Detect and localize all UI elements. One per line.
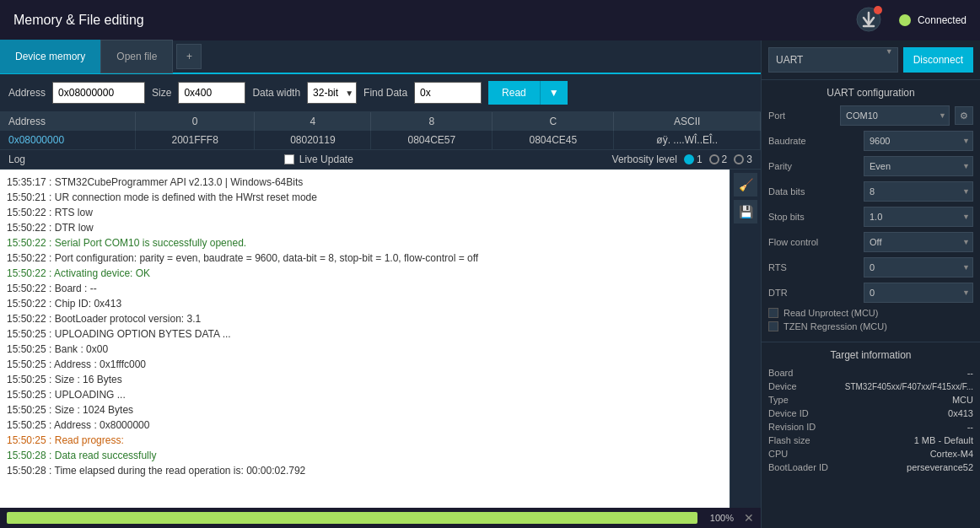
device-id-value: 0x413 bbox=[948, 408, 973, 418]
rts-select[interactable]: 0 bbox=[864, 257, 973, 277]
uart-select-wrap: UART ▼ bbox=[768, 47, 898, 73]
log-line: 15:50:28 : Data read successfully bbox=[7, 448, 723, 463]
read-unprotect-checkbox[interactable] bbox=[768, 308, 778, 318]
dtr-row: DTR 0 ▼ bbox=[768, 283, 973, 303]
disconnect-button[interactable]: Disconnect bbox=[903, 47, 973, 73]
address-bar: Address Size Data width 32-bit 8-bit 16-… bbox=[0, 74, 761, 112]
left-panel: Device memory Open file + Address Size D… bbox=[0, 40, 761, 528]
port-gear-button[interactable]: ⚙ bbox=[955, 106, 973, 125]
data-bits-label: Data bits bbox=[768, 186, 827, 197]
uart-header: UART ▼ Disconnect bbox=[762, 40, 980, 80]
log-line: 15:50:22 : Activating device: OK bbox=[7, 266, 723, 281]
log-header: Log Live Update Verbosity level 1 bbox=[0, 149, 761, 170]
parity-label: Parity bbox=[768, 161, 827, 171]
bootloader-row: BootLoader ID perseverance52 bbox=[768, 462, 973, 472]
log-line: 15:50:25 : UPLOADING ... bbox=[7, 387, 723, 402]
log-content[interactable]: 15:35:17 : STM32CubeProgrammer API v2.13… bbox=[0, 170, 730, 508]
read-unprotect-row: Read Unprotect (MCU) bbox=[768, 308, 973, 318]
revision-id-value: -- bbox=[967, 422, 973, 432]
progress-bar-inner bbox=[7, 512, 697, 524]
radio-circle-3 bbox=[734, 154, 744, 164]
type-value: MCU bbox=[952, 395, 973, 405]
verbosity-radio-group: 1 2 3 bbox=[684, 154, 752, 165]
rts-select-wrap: 0 ▼ bbox=[864, 257, 973, 277]
read-dropdown-chevron: ▼ bbox=[549, 87, 559, 99]
log-line: 15:50:22 : Serial Port COM10 is successf… bbox=[7, 235, 723, 251]
log-label: Log bbox=[8, 154, 25, 165]
uart-select[interactable]: UART bbox=[768, 47, 898, 73]
tzen-row: TZEN Regression (MCU) bbox=[768, 321, 973, 331]
memory-table-wrap: Address 0 4 8 C ASCII 0x08000000 2001FFF… bbox=[0, 112, 761, 149]
tzen-label: TZEN Regression (MCU) bbox=[783, 321, 887, 331]
address-input[interactable] bbox=[52, 82, 145, 104]
data-bits-row: Data bits 8 ▼ bbox=[768, 181, 973, 202]
live-update-wrap: Live Update bbox=[284, 154, 353, 165]
port-row: Port COM10 ▼ ⚙ bbox=[768, 105, 973, 126]
parity-select[interactable]: Even bbox=[864, 156, 973, 176]
tabs-bar: Device memory Open file + bbox=[0, 40, 761, 74]
log-line: 15:50:25 : UPLOADING OPTION BYTES DATA .… bbox=[7, 326, 723, 342]
port-label: Port bbox=[768, 110, 827, 121]
notification-dot bbox=[874, 6, 882, 14]
verbosity-radio-1[interactable]: 1 bbox=[684, 154, 703, 165]
cpu-row: CPU Cortex-M4 bbox=[768, 449, 973, 459]
col-header-4: 4 bbox=[255, 112, 371, 131]
tab-open-file[interactable]: Open file bbox=[100, 40, 173, 73]
data-width-select[interactable]: 32-bit 8-bit 16-bit 64-bit bbox=[307, 82, 357, 104]
verbosity-wrap: Verbosity level 1 2 3 bbox=[612, 154, 752, 165]
stop-bits-select-wrap: 1.0 ▼ bbox=[864, 207, 973, 227]
connected-badge: Connected bbox=[899, 14, 967, 26]
find-data-input[interactable] bbox=[414, 82, 482, 104]
main-layout: Device memory Open file + Address Size D… bbox=[0, 40, 980, 528]
revision-id-row: Revision ID -- bbox=[768, 422, 973, 432]
flow-control-row: Flow control Off ▼ bbox=[768, 232, 973, 252]
flow-control-select[interactable]: Off bbox=[864, 232, 973, 252]
board-label: Board bbox=[768, 368, 827, 378]
verbosity-radio-3[interactable]: 3 bbox=[734, 154, 752, 165]
table-row: 0x08000000 2001FFF8 08020119 0804CE57 08… bbox=[0, 131, 761, 149]
parity-select-wrap: Even ▼ bbox=[864, 156, 973, 176]
tab-add-button[interactable]: + bbox=[176, 44, 202, 69]
flash-size-value: 1 MB - Default bbox=[914, 435, 973, 445]
port-select[interactable]: COM10 bbox=[840, 105, 950, 126]
cell-c: 0804CE45 bbox=[493, 131, 614, 149]
revision-id-label: Revision ID bbox=[768, 422, 827, 432]
download-icon[interactable] bbox=[855, 6, 882, 35]
app-title: Memory & File editing bbox=[13, 13, 144, 28]
data-bits-select-wrap: 8 ▼ bbox=[864, 181, 973, 202]
data-bits-select[interactable]: 8 bbox=[864, 181, 973, 202]
flash-size-label: Flash size bbox=[768, 435, 827, 445]
size-input[interactable] bbox=[178, 82, 245, 104]
dtr-label: DTR bbox=[768, 288, 827, 298]
baudrate-row: Baudrate 9600 ▼ bbox=[768, 131, 973, 151]
read-dropdown-button[interactable]: ▼ bbox=[540, 81, 568, 105]
header-right: Connected bbox=[855, 6, 967, 35]
uart-config-title: UART configuration bbox=[768, 87, 973, 99]
read-button[interactable]: Read bbox=[488, 81, 540, 105]
right-panel: UART ▼ Disconnect UART configuration Por… bbox=[761, 40, 980, 528]
log-line: 15:50:25 : Size : 16 Bytes bbox=[7, 372, 723, 387]
device-value: STM32F405xx/F407xx/F415xx/F... bbox=[845, 382, 973, 391]
cell-0: 2001FFF8 bbox=[135, 131, 255, 149]
board-value: -- bbox=[967, 368, 973, 378]
verbosity-radio-2[interactable]: 2 bbox=[709, 154, 728, 165]
stop-bits-select[interactable]: 1.0 bbox=[864, 207, 973, 227]
data-width-select-wrap: 32-bit 8-bit 16-bit 64-bit ▼ bbox=[307, 82, 357, 104]
board-row: Board -- bbox=[768, 368, 973, 378]
log-line: 15:50:21 : UR connection mode is defined… bbox=[7, 190, 723, 205]
save-log-button[interactable]: 💾 bbox=[734, 200, 757, 224]
device-label: Device bbox=[768, 381, 827, 391]
log-line: 15:50:25 : Bank : 0x00 bbox=[7, 342, 723, 357]
cell-4: 08020119 bbox=[255, 131, 371, 149]
dtr-select[interactable]: 0 bbox=[864, 283, 973, 303]
baudrate-select[interactable]: 9600 bbox=[864, 131, 973, 151]
rts-label: RTS bbox=[768, 262, 827, 272]
tzen-checkbox[interactable] bbox=[768, 321, 778, 331]
tab-device-memory[interactable]: Device memory bbox=[0, 40, 100, 73]
live-update-checkbox[interactable] bbox=[284, 154, 294, 164]
read-unprotect-label: Read Unprotect (MCU) bbox=[783, 308, 878, 318]
header: Memory & File editing Connected bbox=[0, 0, 980, 40]
progress-close-button[interactable]: ✕ bbox=[744, 511, 754, 525]
broom-button[interactable]: 🧹 bbox=[734, 173, 757, 197]
live-update-label: Live Update bbox=[299, 154, 353, 165]
